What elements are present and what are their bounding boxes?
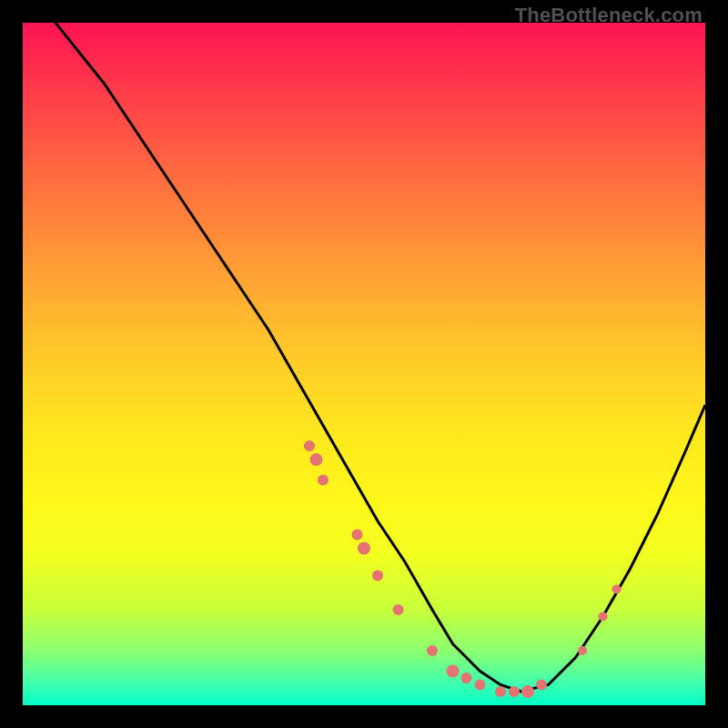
curve-marker <box>310 453 323 466</box>
curve-marker <box>461 672 472 683</box>
curve-marker <box>578 646 587 655</box>
curve-marker <box>304 440 315 451</box>
bottleneck-curve-line <box>23 23 705 692</box>
curve-marker <box>393 604 404 615</box>
curve-marker <box>318 475 329 486</box>
curve-marker <box>475 680 486 691</box>
curve-marker <box>372 571 383 581</box>
curve-marker <box>509 686 520 697</box>
curve-marker <box>599 612 608 622</box>
curve-marker <box>495 686 506 697</box>
curve-marker <box>358 542 370 555</box>
curve-marker <box>447 665 460 678</box>
curve-marker <box>352 530 363 541</box>
chart-frame <box>23 23 705 705</box>
bottleneck-curve-svg <box>23 23 705 705</box>
curve-marker <box>427 645 438 656</box>
curve-marker <box>612 585 622 594</box>
watermark-text: TheBottleneck.com <box>515 4 703 27</box>
curve-marker <box>521 685 534 698</box>
curve-marker <box>536 680 547 691</box>
